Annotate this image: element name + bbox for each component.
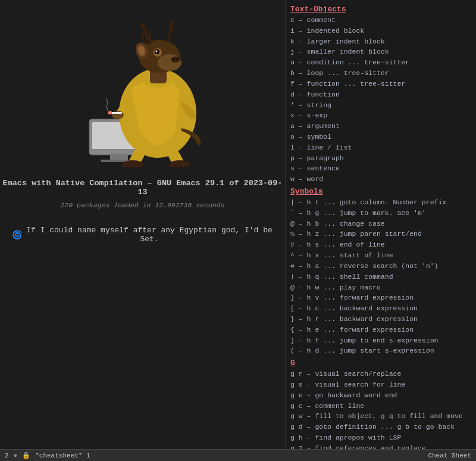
key-item-0-1: i – indented block bbox=[290, 26, 472, 36]
key-item-1-2: @ – h b ... change case bbox=[290, 219, 472, 229]
key-item-0-12: l – line / list bbox=[290, 142, 472, 153]
right-panel[interactable]: Text-Objectsc – commenti – indented bloc… bbox=[286, 0, 476, 449]
key-item-1-5: ^ – h x ... start of line bbox=[290, 250, 472, 261]
key-item-0-3: j – smaller indent block bbox=[290, 46, 472, 57]
key-item-1-8: @ – h w ... play macro bbox=[290, 282, 472, 293]
key-item-2-7: g ? – find references and replace bbox=[290, 443, 472, 449]
status-num: 2 bbox=[5, 452, 9, 459]
quote-text: If I could name myself after any Egyptia… bbox=[26, 226, 273, 244]
svg-point-14 bbox=[155, 51, 157, 52]
emacs-title: Emacs with Native Compilation – GNU Emac… bbox=[0, 179, 285, 197]
section-title-0: Text-Objects bbox=[290, 5, 472, 14]
key-item-0-10: a – argument bbox=[290, 121, 472, 132]
key-item-1-0: | – h t ... goto column. Number prefix bbox=[290, 197, 472, 208]
status-dot: ● bbox=[14, 452, 18, 459]
spinner-icon: 🌀 bbox=[12, 230, 22, 240]
status-lock-icon: 🔒 bbox=[22, 451, 30, 459]
left-panel: Emacs with Native Compilation – GNU Emac… bbox=[0, 0, 286, 461]
key-item-2-6: g h – find apropos with LSP bbox=[290, 432, 472, 443]
key-item-2-5: g d – goto definition ... g b to go back bbox=[290, 422, 472, 432]
key-item-1-9: ] – h v ... forward expression bbox=[290, 292, 472, 303]
key-item-0-0: c – comment bbox=[290, 15, 472, 26]
quote-line: 🌀 If I could name myself after any Egypt… bbox=[0, 226, 285, 244]
svg-rect-3 bbox=[110, 155, 128, 160]
key-item-0-2: k – larger indent block bbox=[290, 36, 472, 47]
svg-point-11 bbox=[176, 58, 178, 60]
key-item-1-12: { – h e ... forward expression bbox=[290, 325, 472, 335]
status-right-label: Cheat Sheet bbox=[428, 452, 471, 459]
key-item-1-11: } – h r ... backward expression bbox=[290, 314, 472, 325]
key-item-2-2: g e – go backward word end bbox=[290, 390, 472, 401]
key-item-0-11: o – symbol bbox=[290, 132, 472, 142]
gnu-mascot bbox=[54, 12, 232, 167]
key-item-1-3: % – h z ... jump paren start/end bbox=[290, 229, 472, 239]
key-item-0-8: ' – string bbox=[290, 100, 472, 111]
key-item-1-4: # – h s ... end of line bbox=[290, 239, 472, 250]
section-title-2: G bbox=[290, 359, 472, 367]
section-title-1: Symbols bbox=[290, 187, 472, 196]
svg-point-9 bbox=[171, 57, 180, 63]
packages-info: 220 packages loaded in 12.992736 seconds bbox=[60, 201, 224, 209]
status-bar: 2 ● 🔒 *cheatsheet* 1 Cheat Sheet bbox=[0, 449, 476, 461]
key-item-0-15: w – word bbox=[290, 174, 472, 185]
key-item-2-1: g s – visual search for line bbox=[290, 379, 472, 390]
status-filename: *cheatsheet* 1 bbox=[35, 452, 90, 459]
key-item-2-0: g r – visual search/replace bbox=[290, 369, 472, 379]
key-item-0-7: d – function bbox=[290, 89, 472, 100]
key-item-0-14: s – sentence bbox=[290, 163, 472, 174]
key-item-1-6: # – h a ... reverse search (not 'n') bbox=[290, 261, 472, 272]
key-item-1-7: ! – h q ... shell command bbox=[290, 272, 472, 282]
key-item-0-5: b – loop ... tree-sitter bbox=[290, 68, 472, 79]
svg-point-10 bbox=[173, 58, 175, 60]
svg-point-8 bbox=[158, 54, 181, 71]
key-item-0-4: u – condition ... tree-sitter bbox=[290, 57, 472, 68]
key-item-0-13: p – paragraph bbox=[290, 153, 472, 164]
key-item-1-14: ( – h d ... jump start s-expression bbox=[290, 345, 472, 356]
key-item-0-6: f – function ... tree-sitter bbox=[290, 79, 472, 89]
key-item-2-4: g w – fill to object, g q to fill and mo… bbox=[290, 411, 472, 422]
key-item-2-3: g c – comment line bbox=[290, 401, 472, 412]
svg-rect-19 bbox=[108, 111, 112, 114]
key-item-1-10: [ – h c ... backward expression bbox=[290, 303, 472, 314]
key-item-1-13: ] – h f ... jump to end s-expression bbox=[290, 335, 472, 346]
key-item-1-1: ` – h g ... jump to mark. See 'm' bbox=[290, 208, 472, 219]
key-item-0-9: x – s-exp bbox=[290, 110, 472, 121]
